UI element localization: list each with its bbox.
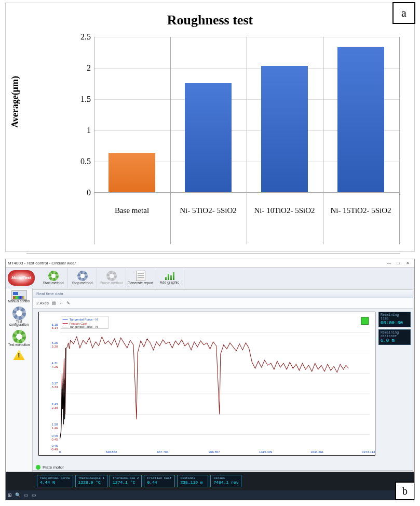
svg-text:2.39: 2.39	[52, 406, 58, 409]
ytick: 2.5	[72, 32, 91, 42]
svg-text:2.43: 2.43	[52, 403, 58, 406]
plot-panel-header: Real time data	[33, 290, 413, 298]
add-graphic-button[interactable]: Add graphic	[155, 268, 184, 288]
svg-text:1.46: 1.46	[52, 427, 58, 430]
ytick: 1	[72, 126, 91, 135]
chip-value: 4.44 N	[40, 481, 70, 485]
gear-icon	[12, 307, 26, 320]
thermocouple1-chip: Thermocouple 1 1228.0 °C	[75, 475, 107, 487]
windows-taskbar: ⊞ 🔍 ▭ ▭ ^ ENG	[6, 490, 414, 500]
close-button[interactable]: ✕	[403, 261, 412, 265]
chart-ylabel: Average(μm)	[10, 76, 21, 128]
frictioncoef-chip: Friction Coef 0.44	[144, 475, 175, 487]
bottom-readout-bar: Tangential Force 4.44 N Thermocouple 1 1…	[6, 472, 414, 490]
gear-pause-icon	[106, 271, 117, 281]
search-button[interactable]: 🔍	[15, 492, 21, 498]
svg-text:4.26: 4.26	[52, 365, 58, 368]
svg-text:1644.261: 1644.261	[310, 450, 324, 454]
svg-text:0.45: 0.45	[52, 438, 58, 441]
stop-method-button[interactable]: Stop method	[68, 268, 97, 288]
chart-title: Roughness test	[6, 12, 414, 28]
svg-text:Friction Coef: Friction Coef	[70, 322, 88, 325]
toolbar-label: Add graphic	[160, 281, 179, 284]
ytick: 0.5	[72, 157, 91, 166]
svg-text:5.20: 5.20	[52, 345, 58, 348]
svg-text:3.33: 3.33	[52, 385, 58, 389]
plate-motor-indicator: Plate motor	[36, 465, 64, 470]
toolbar-icon[interactable]: ↔	[59, 301, 63, 305]
sidebar-label: Test configuration	[7, 320, 31, 327]
chip-value: 0.44	[147, 481, 172, 485]
svg-text:Tangential Force - N: Tangential Force - N	[70, 318, 98, 321]
start-method-button[interactable]: Start method	[39, 268, 68, 288]
chip-label: Remaining time	[381, 313, 409, 321]
svg-text:-0.49: -0.49	[51, 448, 58, 451]
svg-text:3.37: 3.37	[52, 382, 58, 385]
toolbar-label: Pause method	[100, 281, 123, 285]
ytick: 2	[72, 63, 91, 73]
svg-text:6.14: 6.14	[52, 326, 58, 329]
tangential-force-chip: Tangential Force 4.44 N	[37, 475, 73, 487]
chip-value: 235.119 m	[180, 481, 205, 485]
chip-value: 1228.0 °C	[78, 481, 104, 485]
gear-stop-icon	[77, 271, 88, 281]
svg-text:6.18: 6.18	[52, 323, 58, 326]
main-toolbar: MicroTest Start method Stop method Pause…	[6, 268, 414, 288]
svg-text:328.852: 328.852	[106, 450, 118, 454]
chip-value: 7484.1 rev	[213, 481, 238, 485]
bar-ni10tio2	[261, 66, 308, 192]
window-title-bar: MT4003 - Test control - Circular wear — …	[6, 259, 414, 268]
data-table: Average(μm) 0.624 1.754 2.025 2.33	[94, 193, 400, 224]
toolbar-label: Stop method	[72, 281, 93, 285]
bar-chart: 0 0.5 1 1.5 2 2.5 Base metal Ni- 5Ti	[73, 32, 405, 208]
toolbar-label: Start method	[43, 281, 63, 285]
toolbar-icon[interactable]: ▤	[52, 301, 56, 305]
pause-method-button[interactable]: Pause method	[97, 268, 126, 288]
thermocouple2-chip: Thermocouple 2 1274.1 °C	[110, 475, 142, 487]
chip-value: 00:00:00	[381, 321, 403, 326]
svg-text:1973.113: 1973.113	[362, 450, 375, 454]
svg-text:1315.409: 1315.409	[259, 450, 273, 454]
chip-value: 0.0 m	[381, 338, 395, 343]
toolbar-label: Generate report	[128, 281, 153, 285]
start-menu-button[interactable]: ⊞	[8, 492, 12, 498]
svg-text:0: 0	[59, 450, 61, 454]
taskbar-app[interactable]: ▭	[32, 492, 36, 498]
plot-area: 0 0.5 1 1.5 2 2.5 Base metal Ni- 5Ti	[94, 37, 400, 193]
bar-base-metal	[109, 153, 155, 192]
panel-b-software-screenshot: MT4003 - Test control - Circular wear — …	[5, 259, 415, 500]
svg-text:4.31: 4.31	[52, 362, 58, 365]
app-logo: MicroTest	[8, 270, 35, 286]
svg-text:Tangential Force - N: Tangential Force - N	[70, 326, 98, 329]
plate-motor-label: Plate motor	[43, 465, 64, 470]
svg-rect-29	[361, 317, 369, 325]
status-dot-green	[36, 465, 40, 470]
taskbar-app[interactable]: ▭	[24, 492, 29, 498]
test-configuration-button[interactable]: Test configuration	[7, 307, 31, 327]
gear-play-icon	[48, 271, 59, 281]
line-chart: 6.185.25 4.313.37 2.431.50 0.49-0.45 6.1…	[38, 312, 375, 456]
svg-text:0.49: 0.49	[52, 434, 58, 437]
svg-text:-0.45: -0.45	[51, 444, 58, 447]
warning-indicator[interactable]: !	[7, 350, 31, 360]
chip-label: Remaining distance	[381, 331, 409, 338]
minimize-button[interactable]: —	[384, 261, 394, 265]
status-readouts: Remaining time 00:00:00 Remaining distan…	[378, 312, 411, 347]
test-execution-button[interactable]: Test execution	[7, 330, 31, 347]
toolbar-icon[interactable]: ✎	[66, 301, 70, 305]
warning-icon: !	[13, 350, 25, 360]
svg-text:966.557: 966.557	[209, 450, 221, 454]
svg-text:5.25: 5.25	[52, 341, 58, 344]
distance-chip: Distance 235.119 m	[177, 475, 208, 487]
maximize-button[interactable]: □	[394, 261, 403, 265]
manual-control-button[interactable]: Manual control	[7, 290, 31, 303]
panel-a-bar-chart: a Roughness test Average(μm) 0 0.5 1 1.5…	[5, 3, 415, 252]
panel-b-label: b	[395, 482, 415, 500]
sidebar-label: Test execution	[8, 343, 30, 347]
window-title: MT4003 - Test control - Circular wear	[8, 261, 76, 265]
generate-report-button[interactable]: Generate report	[126, 268, 155, 288]
svg-text:657.704: 657.704	[157, 450, 169, 454]
plot-panel: Real time data 2 Axes ▤ ↔ ✎	[33, 289, 413, 471]
remaining-distance-chip: Remaining distance 0.0 m	[378, 329, 411, 345]
gear-play-icon	[12, 330, 26, 343]
